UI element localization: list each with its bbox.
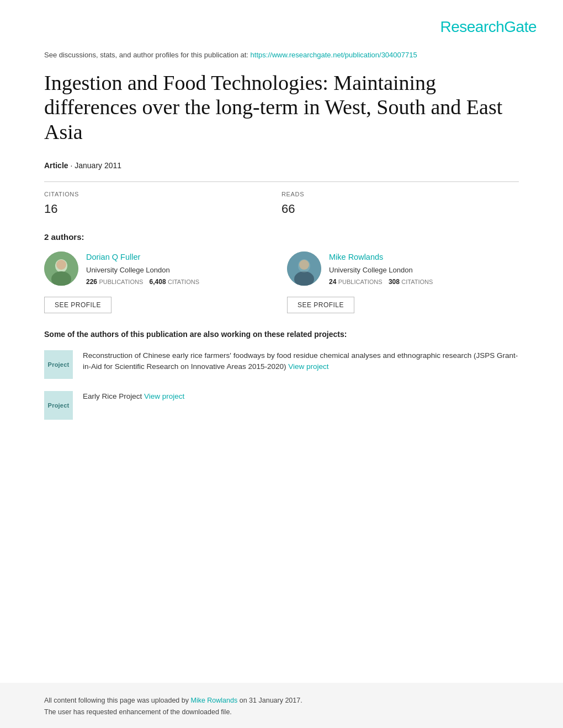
project-link-2[interactable]: View project (144, 392, 184, 400)
citations-label: Citations (44, 190, 282, 199)
footer-upload-suffix: on 31 January 2017. (240, 697, 302, 704)
avatar-svg-1 (44, 251, 78, 286)
author-1-cite-count: 6,408 (150, 278, 166, 286)
publication-link-prefix: See discussions, stats, and author profi… (44, 51, 248, 59)
project-text-1: Reconstruction of Chinese early rice far… (83, 350, 519, 373)
article-type: Article (44, 161, 68, 170)
citations-value: 16 (44, 200, 282, 218)
svg-point-7 (298, 259, 310, 272)
main-content: See discussions, stats, and author profi… (0, 44, 563, 557)
author-name-1[interactable]: Dorian Q Fuller (86, 251, 276, 264)
project-badge-1: Project (44, 350, 73, 379)
article-title: Ingestion and Food Technologies: Maintai… (44, 71, 519, 144)
publication-link-row: See discussions, stats, and author profi… (44, 50, 519, 61)
author-affiliation-1: University College London (86, 265, 276, 276)
project-description-2: Early Rice Project (83, 392, 142, 400)
header: ResearchGate (0, 0, 563, 44)
author-details-1: Dorian Q Fuller University College Londo… (86, 251, 276, 292)
reads-stat: Reads 66 (282, 190, 519, 218)
author-card-2: Mike Rowlands University College London … (287, 251, 519, 313)
see-profile-button-1[interactable]: SEE PROFILE (44, 297, 111, 313)
author-details-2: Mike Rowlands University College London … (329, 251, 519, 292)
svg-point-3 (56, 260, 66, 270)
author-2-pub-count: 24 (329, 278, 336, 286)
reads-value: 66 (282, 200, 519, 218)
author-2-pub-label: Publications (338, 279, 383, 285)
footer: All content following this page was uplo… (0, 683, 563, 728)
authors-heading: 2 authors: (44, 231, 519, 244)
avatar-svg-2 (287, 251, 321, 286)
authors-grid: Dorian Q Fuller University College Londo… (44, 251, 519, 313)
projects-heading: Some of the authors of this publication … (44, 329, 519, 340)
citations-stat: Citations 16 (44, 190, 282, 218)
authors-section: 2 authors: (44, 231, 519, 313)
avatar-image-2 (287, 251, 321, 286)
author-2-cite-count: 308 (389, 278, 400, 286)
footer-line-2: The user has requested enhancement of th… (44, 706, 519, 718)
publication-url[interactable]: https://www.researchgate.net/publication… (251, 51, 417, 59)
projects-section: Some of the authors of this publication … (44, 329, 519, 420)
author-1-cite-label: Citations (168, 279, 199, 285)
project-item-1: Project Reconstruction of Chinese early … (44, 350, 519, 379)
project-text-2: Early Rice Project View project (83, 391, 184, 402)
article-date: January 2011 (75, 161, 121, 170)
author-avatar-1 (44, 251, 78, 286)
stats-row: Citations 16 Reads 66 (44, 190, 519, 218)
author-affiliation-2: University College London (329, 265, 519, 276)
author-stats-1: 226 Publications 6,408 Citations (86, 277, 276, 287)
article-meta: Article · January 2011 (44, 160, 519, 172)
avatar-image-1 (44, 251, 78, 286)
footer-upload-prefix: All content following this page was uplo… (44, 697, 189, 704)
author-1-pub-count: 226 (86, 278, 97, 286)
author-avatar-2 (287, 251, 321, 286)
reads-label: Reads (282, 190, 519, 199)
author-card-1: Dorian Q Fuller University College Londo… (44, 251, 276, 313)
author-name-2[interactable]: Mike Rowlands (329, 251, 519, 264)
author-info-row-1: Dorian Q Fuller University College Londo… (44, 251, 276, 292)
author-2-cite-label: Citations (401, 279, 433, 285)
researchgate-logo: ResearchGate (440, 15, 537, 39)
author-info-row-2: Mike Rowlands University College London … (287, 251, 519, 292)
author-1-pub-label: Publications (99, 279, 143, 285)
project-link-1[interactable]: View project (288, 362, 328, 371)
project-item-2: Project Early Rice Project View project (44, 391, 519, 420)
project-badge-2: Project (44, 391, 73, 420)
footer-line-1: All content following this page was uplo… (44, 695, 519, 706)
footer-uploader-link[interactable]: Mike Rowlands (190, 697, 237, 704)
divider-1 (44, 181, 519, 182)
see-profile-button-2[interactable]: SEE PROFILE (287, 297, 354, 313)
page: ResearchGate See discussions, stats, and… (0, 0, 563, 728)
author-stats-2: 24 Publications 308 Citations (329, 277, 519, 287)
